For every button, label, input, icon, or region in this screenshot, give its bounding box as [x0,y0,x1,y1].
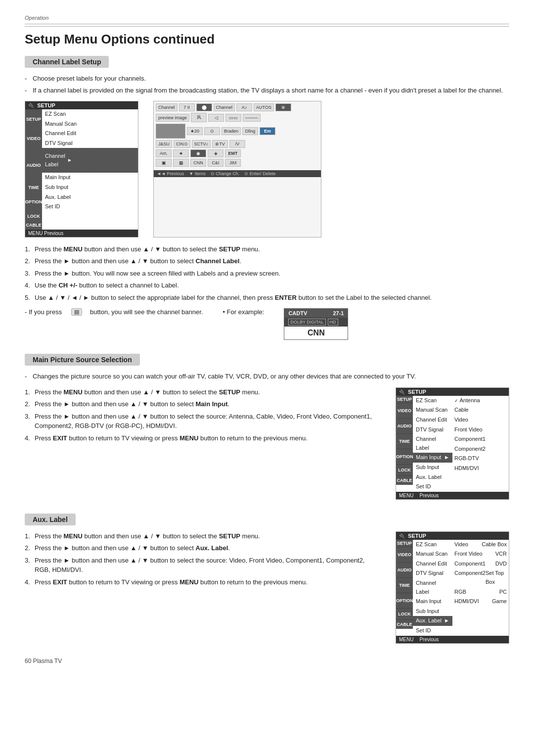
setup-menu-aux-label: 🔌 SETUP SETUP VIDEO AUDIO TIME OPTION LO… [396,531,509,644]
clg-cell: C&I [208,159,223,167]
if-press-row: - If you press ▤ button, you will see th… [25,308,509,340]
menu-items-setup: EZ Scan Manual Scan [42,109,138,129]
aux-label-two-col: 1. Press the MENU button and then use ▲ … [25,531,509,644]
menu-header-1: 🔌 SETUP [25,101,138,109]
smr-manual-scan: Manual Scan [413,405,452,415]
main-picture-source-header: Main Picture Source Selection [25,354,140,366]
smr2-component2-row: Component2 Set Top Box [452,568,509,587]
clg-row-4: J&SU CIN⊙ SCTV♪ ⊕TV /V [156,140,319,148]
section-label: Operation [25,15,509,21]
for-example-text: • For example: [222,308,264,316]
smr2-set-id: Set ID [413,626,452,636]
smr2-icon-lock: LOCK [396,609,413,620]
clg-cell: Channel [214,103,235,111]
menu-items-audio: Channel Label ► Selection (► or ⊙) leads… [42,148,138,183]
channel-label-item: Channel Label ► Selection (► or ⊙) leads… [42,148,138,173]
time-icon: TIME [25,183,42,192]
mps-step-2: 2. Press the ► button and then use ▲ / ▼… [25,399,381,409]
smr2-set-top-box: Set Top Box [486,569,507,586]
clg-cell: ⊙ [204,127,220,135]
smr-front-video: Front Video [452,425,509,435]
menu-items-cable [42,221,138,230]
smr-antenna: Antenna [452,396,509,406]
main-picture-bullets: Changes the picture source so you can wa… [25,372,509,381]
smr-dtv-signal: DTV Signal [413,425,452,435]
smr2-dtv-signal: DTV Signal [413,568,452,578]
smr-icons: SETUP VIDEO AUDIO TIME OPTION LOCK CABLE [396,396,413,492]
menu-row-video: VIDEO Channel Edit DTV Signal [25,129,138,148]
smr2-rgb-row: RGB PC [452,587,509,597]
page-footer: 60 Plasma TV [25,658,509,664]
channel-logo-grid: Channel 7 II ⬤ Channel A♪ AUTOS ⊗ previe… [153,101,321,237]
smr-cable: Cable [452,405,509,415]
smr2-icon-setup: SETUP [396,540,413,547]
smr2-component2: Component2 [454,569,486,586]
smr2-hdmi-dvi: HDMI/DVI [454,597,479,606]
clg-row-6: ▣ ▦ CNN C&I JIM [156,159,319,167]
smr2-left-items: EZ Scan Manual Scan Channel Edit DTV Sig… [413,540,452,636]
dolby-badge: DOLBY DIGITAL [288,319,325,326]
smr2-hdmi-row: HDMI/DVI Game [452,597,509,607]
menu-items-option: Aux. Label Set ID [42,192,138,212]
aux-label-steps-col: 1. Press the MENU button and then use ▲ … [25,531,381,644]
mps-step-3: 3. Press the ► button and then use ▲ / ▼… [25,412,381,431]
smr2-aux-label-highlighted: Aux. Label ► [413,616,452,626]
clg-cell: Am. [156,149,172,157]
step-2: 2. Press the ► button and then use ▲ / ▼… [25,256,509,266]
smr-hdmi-dvi: HDMI/DVI [452,464,509,473]
preview-thumbnail [156,124,185,139]
channel-name: CNN [284,327,348,339]
mps-step-1: 1. Press the MENU button and then use ▲ … [25,387,381,397]
hd-badge: HD [328,319,338,326]
clg-cell: CNN [190,159,206,167]
set-id-item: Set ID [42,202,138,212]
clg-cell: EMT [225,149,241,157]
smr2-rgb: RGB [454,588,466,597]
smr2-component1: Component1 [454,560,486,568]
if-press-text: - If you press [25,308,65,316]
cable-item [42,221,138,222]
smr-icon-cable: CABLE [396,476,413,485]
bullet-1: Choose preset labels for your channels. [25,74,509,84]
aux-label-section: Aux. Label 1. Press the MENU button and … [25,514,509,644]
clg-cell: Braden [222,127,241,135]
mps-step-4: 4. Press EXIT button to return to TV vie… [25,433,381,443]
setup-menu-main-input: 🔌 SETUP SETUP VIDEO AUDIO TIME OPTION LO… [396,387,509,500]
clg-cell: ▣ [156,159,172,167]
smr2-icon-time: TIME [396,578,413,593]
channel-label-bullets: Choose preset labels for your channels. … [25,74,509,95]
smr-icons-2: SETUP VIDEO AUDIO TIME OPTION LOCK CABLE [396,540,413,636]
smr2-icon-audio: AUDIO [396,563,413,578]
smr-icon-setup: SETUP [396,396,413,403]
smr2-cable-box: Cable Box [482,540,507,549]
button-inline: ▤ [71,308,82,316]
clg-cell: J&SU [156,140,172,148]
clg-row-5: Am. ★ ◉ ◈ EMT [156,149,319,157]
manual-scan-item: Manual Scan [42,119,138,129]
smr-footer-1: MENUPrevious [396,492,509,499]
clg-cell: AUTOS [254,103,274,111]
smr2-icon-cable: CABLE [396,620,413,629]
aux-label-steps: 1. Press the MENU button and then use ▲ … [25,531,381,587]
aux-step-3: 3. Press the ► button and then use ▲ / ▼… [25,556,381,575]
clg-cell: Dling [242,127,258,135]
menu-footer-1: MENU Previous [25,230,138,237]
smr2-front-video: Front Video [454,550,483,559]
menu-row-cable: CABLE [25,221,138,230]
clg-cell: SCTV♪ [192,140,211,148]
clg-cell: ▦ [173,159,189,167]
setup-icon: SETUP [25,109,42,129]
footer-text: 60 Plasma TV [25,658,62,664]
smr-header-1: 🔌 SETUP [396,388,509,396]
menu-row-lock: LOCK [25,212,138,221]
smr2-right-items: Video Cable Box Front Video VCR Componen… [452,540,509,636]
menu-row-option: OPTION Aux. Label Set ID [25,192,138,212]
smr2-vcr: VCR [495,550,507,559]
clg-cell: ◉ [190,149,206,157]
channel-banner: CADTV 27-1 DOLBY DIGITAL HD CNN [284,308,348,340]
main-picture-two-col: 1. Press the MENU button and then use ▲ … [25,387,509,500]
clg-cell-dark: ⬤ [196,103,212,111]
cb-top: CADTV 27-1 [284,309,348,318]
smr-ez-scan: EZ Scan [413,396,452,406]
channel-label-setup-section: Channel Label Setup Choose preset labels… [25,56,509,340]
